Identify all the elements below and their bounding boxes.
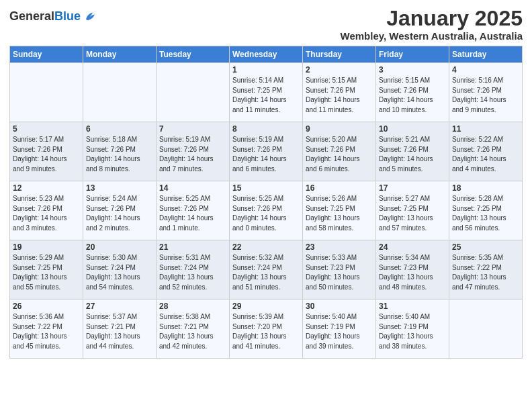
calendar-cell: 5Sunrise: 5:17 AMSunset: 7:26 PMDaylight… — [10, 122, 83, 181]
page-container: GeneralBlue January 2025 Wembley, Wester… — [0, 0, 532, 368]
calendar-cell: 10Sunrise: 5:21 AMSunset: 7:26 PMDayligh… — [376, 122, 449, 181]
day-info: Sunrise: 5:18 AMSunset: 7:26 PMDaylight:… — [86, 135, 153, 174]
day-number: 19 — [13, 242, 80, 252]
calendar-cell: 1Sunrise: 5:14 AMSunset: 7:25 PMDaylight… — [230, 63, 303, 122]
day-info: Sunrise: 5:33 AMSunset: 7:23 PMDaylight:… — [306, 253, 373, 292]
day-number: 6 — [86, 124, 153, 134]
day-info: Sunrise: 5:26 AMSunset: 7:25 PMDaylight:… — [306, 194, 373, 233]
day-info: Sunrise: 5:25 AMSunset: 7:26 PMDaylight:… — [159, 194, 226, 233]
header: GeneralBlue January 2025 Wembley, Wester… — [9, 7, 523, 42]
calendar-cell: 4Sunrise: 5:16 AMSunset: 7:26 PMDaylight… — [449, 63, 523, 122]
day-number: 8 — [232, 124, 300, 134]
calendar-week-5: 26Sunrise: 5:36 AMSunset: 7:22 PMDayligh… — [10, 300, 523, 359]
calendar-cell — [10, 63, 83, 122]
calendar-cell: 7Sunrise: 5:19 AMSunset: 7:26 PMDaylight… — [157, 122, 230, 181]
day-info: Sunrise: 5:15 AMSunset: 7:26 PMDaylight:… — [306, 76, 373, 115]
day-number: 11 — [452, 124, 519, 134]
day-info: Sunrise: 5:17 AMSunset: 7:26 PMDaylight:… — [13, 135, 80, 174]
calendar-cell: 3Sunrise: 5:15 AMSunset: 7:26 PMDaylight… — [376, 63, 449, 122]
calendar-week-2: 5Sunrise: 5:17 AMSunset: 7:26 PMDaylight… — [10, 122, 523, 181]
logo: GeneralBlue — [9, 9, 97, 24]
day-number: 24 — [379, 242, 446, 252]
day-number: 22 — [232, 242, 300, 252]
calendar-cell: 11Sunrise: 5:22 AMSunset: 7:26 PMDayligh… — [449, 122, 523, 181]
day-number: 17 — [379, 183, 446, 193]
calendar-cell: 9Sunrise: 5:20 AMSunset: 7:26 PMDaylight… — [303, 122, 376, 181]
calendar-cell: 27Sunrise: 5:37 AMSunset: 7:21 PMDayligh… — [83, 300, 157, 359]
day-number: 4 — [452, 65, 519, 75]
day-number: 30 — [306, 302, 373, 311]
calendar-cell: 28Sunrise: 5:38 AMSunset: 7:21 PMDayligh… — [157, 300, 230, 359]
day-info: Sunrise: 5:36 AMSunset: 7:22 PMDaylight:… — [13, 312, 80, 351]
calendar-cell: 24Sunrise: 5:34 AMSunset: 7:23 PMDayligh… — [376, 240, 449, 300]
day-number: 29 — [232, 302, 300, 311]
day-info: Sunrise: 5:20 AMSunset: 7:26 PMDaylight:… — [306, 135, 373, 174]
day-info: Sunrise: 5:40 AMSunset: 7:19 PMDaylight:… — [379, 312, 446, 351]
day-info: Sunrise: 5:24 AMSunset: 7:26 PMDaylight:… — [86, 194, 153, 233]
day-number: 26 — [13, 302, 80, 311]
day-info: Sunrise: 5:34 AMSunset: 7:23 PMDaylight:… — [379, 253, 446, 292]
col-thursday: Thursday — [303, 46, 376, 63]
day-info: Sunrise: 5:35 AMSunset: 7:22 PMDaylight:… — [452, 253, 519, 292]
calendar-table: Sunday Monday Tuesday Wednesday Thursday… — [9, 46, 523, 359]
calendar-cell: 26Sunrise: 5:36 AMSunset: 7:22 PMDayligh… — [10, 300, 83, 359]
day-number: 7 — [159, 124, 226, 134]
logo-text: GeneralBlue — [9, 10, 81, 24]
col-tuesday: Tuesday — [157, 46, 230, 63]
calendar-cell: 20Sunrise: 5:30 AMSunset: 7:24 PMDayligh… — [83, 240, 157, 300]
calendar-cell: 19Sunrise: 5:29 AMSunset: 7:25 PMDayligh… — [10, 240, 83, 300]
day-number: 16 — [306, 183, 373, 193]
calendar-cell — [157, 63, 230, 122]
day-number: 28 — [159, 302, 226, 311]
day-number: 21 — [159, 242, 226, 252]
day-info: Sunrise: 5:38 AMSunset: 7:21 PMDaylight:… — [159, 312, 226, 351]
day-info: Sunrise: 5:22 AMSunset: 7:26 PMDaylight:… — [452, 135, 519, 174]
day-number: 2 — [306, 65, 373, 75]
day-info: Sunrise: 5:19 AMSunset: 7:26 PMDaylight:… — [232, 135, 300, 174]
day-number: 25 — [452, 242, 519, 252]
col-friday: Friday — [376, 46, 449, 63]
calendar-cell: 8Sunrise: 5:19 AMSunset: 7:26 PMDaylight… — [230, 122, 303, 181]
calendar-cell: 30Sunrise: 5:40 AMSunset: 7:19 PMDayligh… — [303, 300, 376, 359]
day-number: 12 — [13, 183, 80, 193]
calendar-cell — [449, 300, 523, 359]
calendar-cell: 21Sunrise: 5:31 AMSunset: 7:24 PMDayligh… — [157, 240, 230, 300]
day-info: Sunrise: 5:21 AMSunset: 7:26 PMDaylight:… — [379, 135, 446, 174]
day-info: Sunrise: 5:16 AMSunset: 7:26 PMDaylight:… — [452, 76, 519, 115]
day-number: 14 — [159, 183, 226, 193]
calendar-cell: 14Sunrise: 5:25 AMSunset: 7:26 PMDayligh… — [157, 181, 230, 240]
day-info: Sunrise: 5:15 AMSunset: 7:26 PMDaylight:… — [379, 76, 446, 115]
day-number: 15 — [232, 183, 300, 193]
day-info: Sunrise: 5:19 AMSunset: 7:26 PMDaylight:… — [159, 135, 226, 174]
day-number: 20 — [86, 242, 153, 252]
calendar-cell: 16Sunrise: 5:26 AMSunset: 7:25 PMDayligh… — [303, 181, 376, 240]
calendar-cell: 12Sunrise: 5:23 AMSunset: 7:26 PMDayligh… — [10, 181, 83, 240]
calendar-week-3: 12Sunrise: 5:23 AMSunset: 7:26 PMDayligh… — [10, 181, 523, 240]
day-number: 18 — [452, 183, 519, 193]
calendar-week-4: 19Sunrise: 5:29 AMSunset: 7:25 PMDayligh… — [10, 240, 523, 300]
header-row: Sunday Monday Tuesday Wednesday Thursday… — [10, 46, 523, 63]
day-number: 23 — [306, 242, 373, 252]
day-info: Sunrise: 5:31 AMSunset: 7:24 PMDaylight:… — [159, 253, 226, 292]
calendar-cell: 6Sunrise: 5:18 AMSunset: 7:26 PMDaylight… — [83, 122, 157, 181]
day-info: Sunrise: 5:40 AMSunset: 7:19 PMDaylight:… — [306, 312, 373, 351]
calendar-cell: 29Sunrise: 5:39 AMSunset: 7:20 PMDayligh… — [230, 300, 303, 359]
col-sunday: Sunday — [10, 46, 83, 63]
calendar-header: Sunday Monday Tuesday Wednesday Thursday… — [10, 46, 523, 63]
logo-bird-icon — [82, 9, 97, 24]
day-info: Sunrise: 5:32 AMSunset: 7:24 PMDaylight:… — [232, 253, 300, 292]
col-saturday: Saturday — [449, 46, 523, 63]
day-info: Sunrise: 5:27 AMSunset: 7:25 PMDaylight:… — [379, 194, 446, 233]
day-number: 3 — [379, 65, 446, 75]
calendar-cell: 17Sunrise: 5:27 AMSunset: 7:25 PMDayligh… — [376, 181, 449, 240]
day-info: Sunrise: 5:23 AMSunset: 7:26 PMDaylight:… — [13, 194, 80, 233]
calendar-cell: 25Sunrise: 5:35 AMSunset: 7:22 PMDayligh… — [449, 240, 523, 300]
day-info: Sunrise: 5:28 AMSunset: 7:25 PMDaylight:… — [452, 194, 519, 233]
day-number: 13 — [86, 183, 153, 193]
calendar-cell: 2Sunrise: 5:15 AMSunset: 7:26 PMDaylight… — [303, 63, 376, 122]
day-number: 9 — [306, 124, 373, 134]
calendar-cell: 23Sunrise: 5:33 AMSunset: 7:23 PMDayligh… — [303, 240, 376, 300]
title-block: January 2025 Wembley, Western Australia,… — [341, 7, 523, 42]
calendar-cell: 31Sunrise: 5:40 AMSunset: 7:19 PMDayligh… — [376, 300, 449, 359]
location: Wembley, Western Australia, Australia — [341, 30, 523, 42]
